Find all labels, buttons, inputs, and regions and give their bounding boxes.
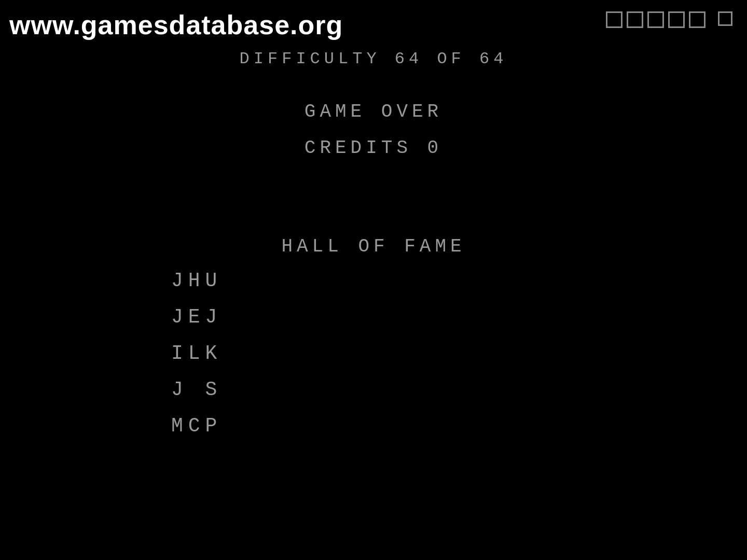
- credits-text: CREDITS 0: [0, 137, 747, 159]
- website-url: www.gamesdatabase.org: [9, 9, 343, 40]
- game-over-text: GAME OVER: [0, 101, 747, 122]
- game-screen: www.gamesdatabase.org DIFFICULTY 64 OF 6…: [0, 0, 747, 560]
- hof-entry-5: MCP: [171, 415, 222, 437]
- hof-entry-1: JHU: [171, 270, 222, 292]
- hof-entry-4: J S: [171, 379, 222, 401]
- hof-entry-2: JEJ: [171, 306, 222, 328]
- hof-entry-3: ILK: [171, 342, 222, 365]
- score-box-2: [627, 11, 643, 28]
- score-box-5: [689, 11, 706, 28]
- score-box-3: [647, 11, 664, 28]
- hall-of-fame-title: HALL OF FAME: [0, 236, 747, 257]
- difficulty-text: DIFFICULTY 64 OF 64: [0, 49, 747, 68]
- score-box-single: [718, 11, 732, 26]
- score-boxes: [606, 11, 706, 28]
- score-box-4: [668, 11, 685, 28]
- score-box-1: [606, 11, 622, 28]
